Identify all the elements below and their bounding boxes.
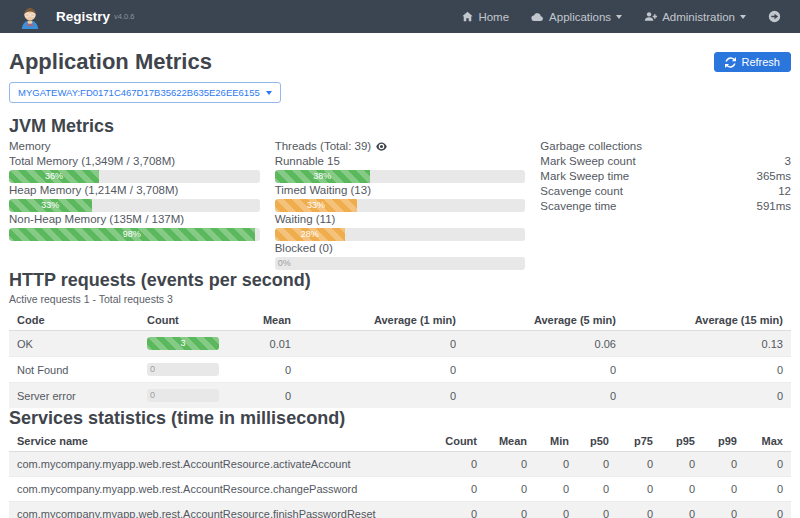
heap-memory-label: Heap Memory (1,214M / 3,708M) — [9, 183, 260, 198]
service-row: com.mycompany.myapp.web.rest.AccountReso… — [9, 477, 791, 502]
count-progress: 0 — [147, 389, 219, 402]
runnable-progress: 38% — [275, 170, 526, 183]
nonheap-memory-progress: 98% — [9, 228, 260, 241]
gc-title: Garbage collections — [540, 139, 791, 154]
refresh-button[interactable]: Refresh — [714, 52, 791, 72]
nonheap-memory-label: Non-Heap Memory (135M / 137M) — [9, 212, 260, 227]
service-row: com.mycompany.myapp.web.rest.AccountReso… — [9, 452, 791, 477]
col-header-count: Count — [433, 431, 485, 452]
http-requests-subtitle: Active requests 1 - Total requests 3 — [9, 293, 791, 305]
page-title: Application Metrics — [9, 50, 714, 74]
memory-column: Memory Total Memory (1,349M / 3,708M) 36… — [9, 139, 260, 270]
refresh-icon — [725, 57, 736, 68]
cloud-icon — [531, 11, 544, 22]
blocked-progress: 0% — [275, 257, 526, 270]
col-header-p99: p99 — [703, 431, 745, 452]
navbar: Registry v4.0.6 Home Applications Admini… — [0, 0, 800, 33]
gc-row: Mark Sweep count3 — [540, 154, 791, 169]
brand-title: Registry — [56, 9, 110, 24]
home-icon — [462, 11, 473, 22]
col-header-code: Code — [9, 310, 139, 331]
http-row-not-found: Not Found 0 0 0 0 0 — [9, 357, 791, 383]
gc-row: Mark Sweep time365ms — [540, 169, 791, 184]
waiting-progress: 28% — [275, 228, 526, 241]
jvm-metrics-title: JVM Metrics — [9, 116, 791, 136]
jhipster-logo-icon — [18, 5, 42, 29]
nav-home[interactable]: Home — [462, 11, 509, 23]
user-plus-icon — [644, 11, 657, 22]
nav-administration[interactable]: Administration — [644, 11, 746, 23]
waiting-label: Waiting (11) — [275, 212, 526, 227]
instance-selector-label: MYGATEWAY:FD0171C467D17B35622B635E26EE61… — [18, 87, 260, 98]
col-header-avg15: Average (15 min) — [624, 310, 791, 331]
brand-link[interactable]: Registry v4.0.6 — [18, 5, 134, 29]
col-header-p50: p50 — [577, 431, 617, 452]
nav-home-label: Home — [478, 11, 509, 23]
gc-row: Scavenge count12 — [540, 184, 791, 199]
instance-selector-dropdown[interactable]: MYGATEWAY:FD0171C467D17B35622B635E26EE61… — [9, 82, 281, 103]
sign-out-icon — [768, 10, 781, 23]
count-progress: 3 — [147, 337, 219, 350]
count-progress: 0 — [147, 363, 219, 376]
col-header-mean: Mean — [239, 310, 299, 331]
timed-waiting-progress: 33% — [275, 199, 526, 212]
http-row-server-error: Server error 0 0 0 0 0 — [9, 383, 791, 409]
col-header-service-name: Service name — [9, 431, 433, 452]
gc-row: Scavenge time591ms — [540, 199, 791, 214]
nav-applications[interactable]: Applications — [531, 11, 622, 23]
blocked-label: Blocked (0) — [275, 241, 526, 256]
eye-icon[interactable] — [376, 142, 387, 151]
nav-administration-label: Administration — [662, 11, 735, 23]
col-header-p95: p95 — [661, 431, 703, 452]
col-header-avg5: Average (5 min) — [464, 310, 624, 331]
threads-title: Threads (Total: 39) — [275, 139, 526, 154]
col-header-max: Max — [745, 431, 791, 452]
chevron-down-icon — [616, 15, 622, 19]
sign-out-button[interactable] — [768, 10, 786, 23]
brand-version: v4.0.6 — [114, 12, 134, 21]
gc-column: Garbage collections Mark Sweep count3 Ma… — [540, 139, 791, 270]
refresh-button-label: Refresh — [741, 56, 780, 68]
services-statistics-title: Services statistics (time in millisecond… — [9, 408, 791, 428]
services-statistics-table: Service name Count Mean Min p50 p75 p95 … — [9, 431, 791, 518]
col-header-mean: Mean — [485, 431, 535, 452]
http-requests-title: HTTP requests (events per second) — [9, 270, 791, 290]
jvm-metrics-section: Memory Total Memory (1,349M / 3,708M) 36… — [9, 139, 791, 270]
threads-column: Threads (Total: 39) Runnable 15 38% Time… — [275, 139, 526, 270]
runnable-label: Runnable 15 — [275, 154, 526, 169]
col-header-min: Min — [535, 431, 577, 452]
col-header-p75: p75 — [617, 431, 661, 452]
col-header-count: Count — [139, 310, 239, 331]
heap-memory-progress: 33% — [9, 199, 260, 212]
chevron-down-icon — [740, 15, 746, 19]
total-memory-label: Total Memory (1,349M / 3,708M) — [9, 154, 260, 169]
http-row-ok: OK 3 0.01 0 0.06 0.13 — [9, 331, 791, 357]
nav-applications-label: Applications — [549, 11, 611, 23]
timed-waiting-label: Timed Waiting (13) — [275, 183, 526, 198]
chevron-down-icon — [266, 91, 272, 95]
memory-title: Memory — [9, 139, 260, 154]
col-header-avg1: Average (1 min) — [299, 310, 464, 331]
service-row: com.mycompany.myapp.web.rest.AccountReso… — [9, 502, 791, 518]
http-requests-table: Code Count Mean Average (1 min) Average … — [9, 310, 791, 408]
total-memory-progress: 36% — [9, 170, 260, 183]
